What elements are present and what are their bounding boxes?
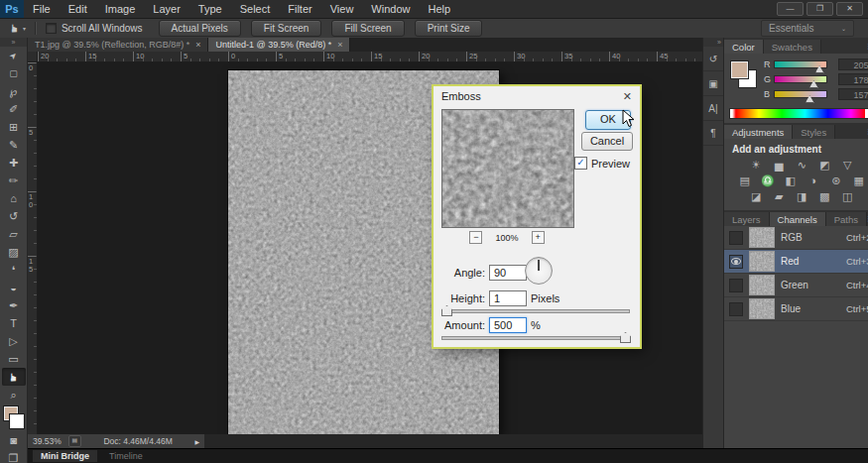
fill-screen-button[interactable]: Fill Screen [331, 20, 404, 37]
eyedropper-tool[interactable]: ✎ [2, 136, 26, 154]
levels-icon[interactable]: ▅ [771, 158, 787, 172]
zoom-in-button[interactable]: + [532, 231, 545, 244]
clone-stamp-tool[interactable]: ⌂ [2, 189, 26, 207]
path-selection-tool[interactable]: ▷ [2, 332, 26, 350]
height-slider[interactable] [441, 305, 630, 315]
tab-layers[interactable]: Layers [724, 212, 770, 226]
channel-thumbnail[interactable] [749, 275, 775, 295]
help-menu[interactable]: Help [419, 0, 459, 18]
color-slider-thumb[interactable] [815, 65, 824, 73]
preview-checkbox[interactable]: ✓ [574, 157, 587, 170]
color-slider-thumb[interactable] [809, 80, 818, 88]
background-color-swatch[interactable] [10, 414, 24, 428]
window-menu[interactable]: Window [362, 0, 419, 18]
gradient-map-icon[interactable]: ▩ [816, 189, 832, 203]
tab-styles[interactable]: Styles [793, 125, 835, 139]
view-menu[interactable]: View [321, 0, 363, 18]
tab-close-icon[interactable]: × [337, 40, 342, 50]
brush-tool[interactable]: ✏ [2, 172, 26, 189]
status-menu-arrow-icon[interactable]: ▶ [194, 438, 199, 445]
angle-dial[interactable] [525, 257, 553, 285]
eraser-tool[interactable]: ▱ [2, 225, 26, 243]
move-tool[interactable]: ➤ [2, 47, 26, 64]
color-balance-icon[interactable]: ♎ [760, 174, 776, 187]
tab-timeline[interactable]: Timeline [101, 450, 151, 462]
channel-thumbnail[interactable] [749, 227, 775, 248]
color-slider-track[interactable] [774, 60, 827, 68]
mini-bridge-panel-icon[interactable]: ▣ [703, 71, 723, 96]
type-tool[interactable]: T [2, 314, 26, 332]
amount-slider[interactable] [441, 332, 630, 342]
amount-input[interactable]: 500 [489, 317, 527, 333]
color-lookup-icon[interactable]: ▦ [851, 174, 867, 187]
marquee-tool[interactable]: ▢ [2, 64, 26, 82]
panel-foreground-swatch[interactable] [731, 61, 748, 78]
close-button[interactable]: ✕ [836, 2, 863, 16]
screen-mode-button[interactable]: ❐ [2, 449, 26, 463]
tab-channels[interactable]: Channels [770, 212, 826, 226]
angle-input[interactable]: 90 [489, 265, 527, 281]
toolbar-collapse-icon[interactable]: » [0, 38, 27, 47]
channel-value[interactable]: 157 [838, 88, 868, 100]
zoom-level[interactable]: 39.53% [33, 436, 62, 446]
photo-filter-icon[interactable]: ◑ [806, 174, 821, 187]
channel-mixer-icon[interactable]: ⊛ [828, 174, 844, 187]
quick-mask-button[interactable]: ◙ [2, 431, 26, 449]
visibility-toggle[interactable] [729, 231, 743, 245]
restore-button[interactable]: ❐ [806, 2, 833, 16]
actual-pixels-button[interactable]: Actual Pixels [159, 20, 241, 37]
gradient-tool[interactable]: ▨ [2, 243, 26, 261]
crop-tool[interactable]: ⊞ [2, 118, 26, 136]
dialog-close-icon[interactable]: ✕ [623, 90, 632, 103]
layer-menu[interactable]: Layer [144, 0, 189, 18]
zoom-tool[interactable]: ⌕ [2, 386, 26, 404]
select-menu[interactable]: Select [231, 0, 280, 18]
channel-row[interactable]: Blue Ctrl+5 [724, 297, 868, 321]
posterize-icon[interactable]: ▰ [771, 189, 787, 203]
channel-row[interactable]: Red Ctrl+3 [724, 250, 868, 274]
vibrance-icon[interactable]: ▽ [839, 158, 855, 172]
visibility-toggle[interactable] [729, 255, 743, 269]
color-slider-track[interactable] [774, 75, 827, 83]
tab-paths[interactable]: Paths [826, 212, 867, 226]
tab-close-icon[interactable]: × [195, 40, 200, 50]
selective-color-icon[interactable]: ◫ [839, 189, 855, 203]
height-input[interactable]: 1 [489, 290, 527, 306]
tab-color[interactable]: Color [724, 40, 764, 54]
pen-tool[interactable]: ✒ [2, 296, 26, 314]
channel-row[interactable]: Green Ctrl+4 [724, 274, 868, 297]
hand-tool[interactable]: ☛ [2, 368, 26, 386]
workspace-switcher[interactable]: Essentials ⌄ [761, 20, 854, 37]
quick-selection-tool[interactable]: ✐ [2, 100, 26, 118]
history-panel-icon[interactable]: ↺ [703, 47, 723, 71]
type-menu[interactable]: Type [189, 0, 231, 18]
hue-saturation-icon[interactable]: ▤ [737, 174, 753, 187]
healing-brush-tool[interactable]: ✚ [2, 154, 26, 172]
print-size-button[interactable]: Print Size [415, 20, 483, 37]
visibility-toggle[interactable] [729, 279, 743, 292]
fit-screen-button[interactable]: Fit Screen [251, 20, 322, 37]
color-spectrum-bar[interactable] [729, 108, 868, 119]
channel-value[interactable]: 178 [838, 73, 868, 85]
document-tab[interactable]: Untitled-1 @ 39.5% (Red/8) * × [208, 38, 350, 52]
channel-row[interactable]: RGB Ctrl+2 [724, 226, 868, 250]
cancel-button[interactable]: Cancel [581, 132, 633, 151]
scroll-all-windows-checkbox[interactable] [46, 23, 57, 34]
document-tab[interactable]: T1.jpg @ 39.5% (Reflection, RGB/8#) * × [28, 38, 208, 52]
lasso-tool[interactable]: ℘ [2, 82, 26, 100]
channel-thumbnail[interactable] [749, 251, 775, 272]
dock-collapse-icon[interactable]: » [703, 38, 723, 47]
paragraph-panel-icon[interactable]: ¶ [703, 121, 723, 146]
blur-tool[interactable]: ❛ [2, 261, 26, 279]
invert-icon[interactable]: ◪ [748, 189, 764, 203]
minimize-button[interactable]: — [777, 2, 804, 16]
tab-mini-bridge[interactable]: Mini Bridge [33, 450, 97, 462]
tab-swatches[interactable]: Swatches [764, 40, 821, 54]
edit-menu[interactable]: Edit [60, 0, 96, 18]
tool-preset-caret-icon[interactable]: ▾ [23, 25, 26, 32]
channel-value[interactable]: 205 [838, 58, 868, 70]
image-menu[interactable]: Image [96, 0, 145, 18]
color-slider-thumb[interactable] [806, 95, 814, 103]
tab-adjustments[interactable]: Adjustments [724, 125, 793, 139]
history-brush-tool[interactable]: ↺ [2, 207, 26, 225]
